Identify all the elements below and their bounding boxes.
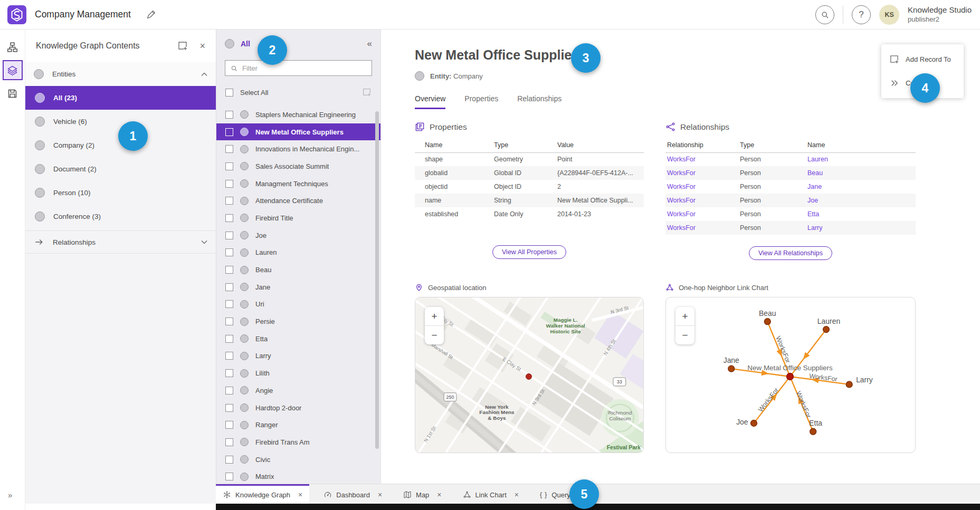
map-marker[interactable] [526, 374, 532, 380]
tab-overview[interactable]: Overview [415, 94, 445, 109]
item-checkbox[interactable] [225, 456, 233, 464]
collapse-panel-icon[interactable]: « [367, 39, 372, 49]
list-item-lauren[interactable]: Lauren [216, 244, 380, 262]
close-tab-icon[interactable]: × [298, 490, 302, 499]
list-item-persie[interactable]: Persie [216, 313, 380, 330]
close-panel-icon[interactable]: × [199, 41, 205, 52]
item-checkbox[interactable] [225, 232, 233, 239]
item-checkbox[interactable] [225, 162, 233, 170]
list-item-civic[interactable]: Civic [216, 451, 380, 468]
close-tab-icon[interactable]: × [378, 490, 382, 499]
item-checkbox[interactable] [225, 300, 233, 308]
table-cell[interactable]: WorksFor [665, 152, 740, 166]
item-checkbox[interactable] [225, 352, 233, 360]
zoom-out-button[interactable]: − [675, 326, 694, 344]
table-cell[interactable]: Jane [807, 180, 916, 194]
table-cell[interactable]: WorksFor [665, 207, 740, 221]
tab-properties[interactable]: Properties [464, 94, 498, 109]
relationships-section-header[interactable]: Relationships [25, 230, 216, 254]
item-checkbox[interactable] [225, 335, 233, 343]
item-checkbox[interactable] [225, 421, 233, 429]
item-checkbox[interactable] [225, 197, 233, 205]
list-item-angie[interactable]: Angie [216, 382, 380, 399]
new-card-icon[interactable] [177, 41, 188, 51]
list-item-matrix[interactable]: Matrix [216, 468, 380, 485]
item-checkbox[interactable] [225, 473, 233, 480]
list-item-sales-associate-summit[interactable]: Sales Associate Summit [216, 158, 380, 175]
help-button[interactable]: ? [852, 5, 871, 24]
chevron-down-icon[interactable] [201, 240, 207, 244]
list-item-hardtop-2-door[interactable]: Hardtop 2-door [216, 399, 380, 417]
list-item-ranger[interactable]: Ranger [216, 416, 380, 434]
list-item-joe[interactable]: Joe [216, 227, 380, 244]
item-checkbox[interactable] [225, 248, 233, 256]
list-item-innovations-in-mechanical-engin[interactable]: Innovations in Mechanical Engin... [216, 140, 380, 158]
entity-type-all-23[interactable]: All (23) [25, 86, 216, 110]
avatar[interactable]: KS [879, 5, 899, 25]
link-chart-canvas[interactable]: WorksForWorksForWorksForWorksForNew Meta… [666, 297, 915, 453]
list-item-uri[interactable]: Uri [216, 296, 380, 313]
table-cell[interactable]: Beau [807, 166, 916, 180]
table-cell[interactable]: WorksFor [665, 166, 740, 180]
node-beau[interactable] [764, 319, 770, 325]
table-cell[interactable]: Etta [807, 207, 916, 221]
item-checkbox[interactable] [225, 369, 233, 377]
item-checkbox[interactable] [225, 438, 233, 446]
filter-input[interactable] [242, 64, 367, 72]
table-cell[interactable]: WorksFor [665, 221, 740, 235]
bottom-tab-map[interactable]: Map× [396, 484, 448, 504]
list-item-attendance-certificate[interactable]: Attendance Certificate [216, 192, 380, 209]
sidebar-item-layers[interactable] [3, 60, 23, 80]
close-tab-icon[interactable]: × [437, 490, 441, 499]
item-checkbox[interactable] [225, 266, 233, 274]
table-cell[interactable]: Lauren [807, 152, 916, 166]
list-item-managment-techniques[interactable]: Managment Techniques [216, 175, 380, 193]
edit-pencil-icon[interactable] [146, 9, 156, 20]
item-checkbox[interactable] [225, 128, 233, 136]
list-item-staplers-mechanical-engineering[interactable]: Staplers Mechanical Engineering [216, 106, 380, 123]
table-cell[interactable]: WorksFor [665, 180, 740, 194]
map-canvas[interactable]: W Clay StW Marshall StE Clay StN 3rd StN… [415, 297, 643, 453]
zoom-in-button[interactable]: + [675, 307, 694, 325]
item-checkbox[interactable] [225, 283, 233, 291]
search-button[interactable] [815, 5, 834, 24]
entity-type-document-2[interactable]: Document (2) [25, 157, 216, 181]
tab-relationships[interactable]: Relationships [517, 94, 562, 109]
entity-type-person-10[interactable]: Person (10) [25, 181, 216, 205]
new-card-icon[interactable] [362, 88, 372, 97]
zoom-in-button[interactable]: + [425, 307, 444, 325]
chevron-up-icon[interactable] [201, 72, 207, 76]
list-item-lilith[interactable]: Lilith [216, 364, 380, 382]
item-checkbox[interactable] [225, 145, 233, 153]
item-checkbox[interactable] [225, 180, 233, 188]
bottom-tab-dashboard[interactable]: Dashboard× [317, 484, 389, 504]
table-cell[interactable]: Larry [807, 221, 916, 235]
item-checkbox[interactable] [225, 317, 233, 325]
select-all-row[interactable]: Select All [216, 84, 380, 100]
node-larry[interactable] [846, 381, 852, 388]
list-item-etta[interactable]: Etta [216, 330, 380, 348]
list-item-firebird-trans-am[interactable]: Firebird Trans Am [216, 434, 380, 451]
scrollbar[interactable] [375, 111, 379, 449]
sidebar-item-hierarchy[interactable] [3, 37, 23, 57]
select-all-checkbox[interactable] [225, 89, 233, 97]
table-cell[interactable]: Joe [807, 194, 916, 207]
close-tab-icon[interactable]: × [515, 490, 519, 499]
item-checkbox[interactable] [225, 387, 233, 394]
list-item-new-metal-office-suppliers[interactable]: New Metal Office Suppliers [216, 123, 380, 141]
bottom-tab-knowledge-graph[interactable]: Knowledge Graph× [216, 484, 309, 504]
list-item-beau[interactable]: Beau [216, 261, 380, 278]
list-item-larry[interactable]: Larry [216, 348, 380, 365]
node-jane[interactable] [728, 365, 735, 372]
expand-panel-icon[interactable]: » [8, 490, 12, 499]
zoom-out-button[interactable]: − [425, 326, 444, 344]
table-cell[interactable]: WorksFor [665, 194, 740, 207]
node-joe[interactable] [751, 420, 757, 426]
app-logo-icon[interactable] [7, 5, 26, 24]
entity-type-conference-3[interactable]: Conference (3) [25, 205, 216, 228]
sidebar-item-save[interactable] [3, 83, 23, 103]
bottom-tab-link-chart[interactable]: Link Chart× [456, 484, 526, 504]
item-checkbox[interactable] [225, 214, 233, 222]
list-header-label[interactable]: All [241, 40, 250, 48]
view-all-properties-button[interactable]: View All Properties [492, 245, 566, 259]
